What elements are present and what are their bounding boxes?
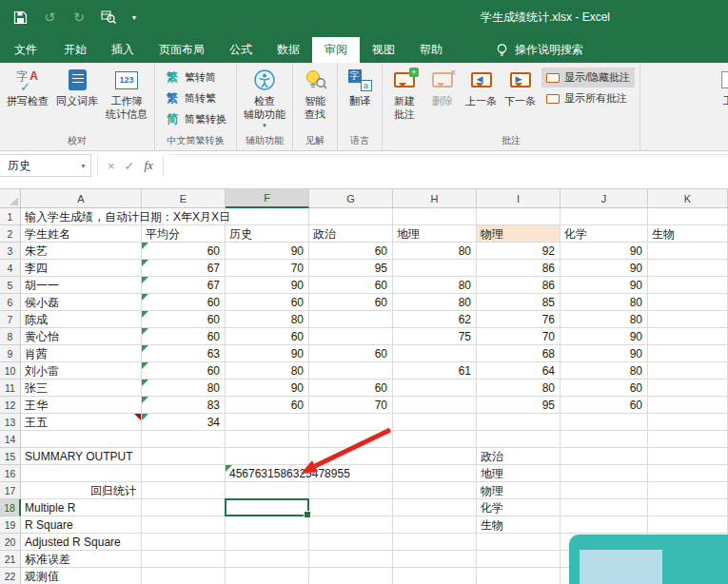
row-header-15[interactable]: 15: [0, 448, 21, 465]
cell-E10[interactable]: 60: [142, 362, 226, 380]
cell-F16[interactable]: 4567631586325478955: [226, 465, 309, 482]
cell-J2[interactable]: 化学: [561, 225, 648, 243]
customize-qat-button[interactable]: [129, 9, 139, 26]
cell-K17[interactable]: [648, 482, 728, 499]
cell-H19[interactable]: [393, 516, 477, 534]
cell-G13[interactable]: [309, 414, 393, 431]
tab-file[interactable]: 文件: [0, 37, 51, 63]
cell-K8[interactable]: [648, 328, 728, 345]
cell-J8[interactable]: 90: [561, 328, 648, 345]
cell-K13[interactable]: [648, 414, 728, 431]
cell-A11[interactable]: 张三: [21, 380, 142, 397]
cell-E15[interactable]: [142, 448, 226, 465]
row-header-4[interactable]: 4: [0, 260, 21, 277]
cell-J17[interactable]: [561, 482, 648, 499]
cell-K2[interactable]: 生物: [648, 225, 728, 243]
cell-F14[interactable]: [226, 431, 309, 448]
tab-insert[interactable]: 插入: [99, 37, 147, 63]
cell-F15[interactable]: [226, 448, 309, 465]
cell-H11[interactable]: [393, 380, 477, 397]
cell-K3[interactable]: [648, 243, 728, 260]
cell-H8[interactable]: 75: [393, 328, 477, 345]
select-all-corner[interactable]: [0, 189, 21, 208]
cell-G8[interactable]: [309, 328, 393, 345]
cell-K12[interactable]: [648, 397, 728, 414]
enter-button[interactable]: [125, 159, 135, 173]
cell-H17[interactable]: [393, 482, 477, 499]
smart-lookup-button[interactable]: 智能 查找: [296, 64, 334, 130]
row-header-21[interactable]: 21: [0, 551, 21, 568]
col-header-E[interactable]: E: [142, 189, 226, 208]
cell-G7[interactable]: [309, 311, 393, 328]
cell-G4[interactable]: 95: [309, 260, 393, 277]
cell-K18[interactable]: [648, 499, 728, 516]
cell-I1[interactable]: [477, 208, 561, 225]
cell-G12[interactable]: 70: [309, 397, 393, 414]
cell-H12[interactable]: [393, 397, 477, 414]
cell-K9[interactable]: [648, 345, 728, 362]
col-header-H[interactable]: H: [393, 189, 477, 208]
cell-F8[interactable]: 60: [226, 328, 309, 345]
spell-check-button[interactable]: 字A 拼写检查: [3, 64, 52, 130]
cell-A12[interactable]: 王华: [21, 397, 142, 414]
cell-J11[interactable]: 60: [561, 380, 648, 397]
traditional-to-simplified-button[interactable]: 繁 繁转简: [160, 68, 231, 88]
cell-A10[interactable]: 刘小雷: [21, 362, 142, 380]
cell-H1[interactable]: [393, 208, 477, 225]
cell-K1[interactable]: [648, 208, 728, 225]
cell-G15[interactable]: [309, 448, 393, 465]
cell-G10[interactable]: [309, 362, 393, 380]
row-header-19[interactable]: 19: [0, 516, 21, 534]
cell-J9[interactable]: 90: [561, 345, 648, 362]
cell-G3[interactable]: 60: [309, 243, 393, 260]
cell-E19[interactable]: [142, 516, 226, 534]
cell-G19[interactable]: [309, 516, 393, 534]
cell-K6[interactable]: [648, 294, 728, 311]
cell-E8[interactable]: 60: [142, 328, 226, 345]
cell-K7[interactable]: [648, 311, 728, 328]
simplified-to-traditional-button[interactable]: 繁 简转繁: [160, 88, 231, 108]
row-header-9[interactable]: 9: [0, 345, 21, 362]
cell-F7[interactable]: 80: [226, 311, 309, 328]
col-header-G[interactable]: G: [309, 189, 393, 208]
row-header-2[interactable]: 2: [0, 225, 21, 243]
cell-G20[interactable]: [309, 534, 393, 551]
cell-E18[interactable]: [142, 499, 226, 516]
cell-G6[interactable]: 60: [309, 294, 393, 311]
tab-data[interactable]: 数据: [265, 37, 312, 63]
new-comment-button[interactable]: 新建 批注: [385, 64, 423, 130]
cell-A14[interactable]: [21, 431, 142, 448]
cell-H13[interactable]: [393, 414, 477, 431]
cell-K14[interactable]: [648, 431, 728, 448]
cell-H6[interactable]: 80: [393, 294, 477, 311]
cell-I10[interactable]: 64: [477, 362, 561, 380]
cell-A5[interactable]: 胡一一: [21, 277, 142, 294]
cell-G11[interactable]: 60: [309, 380, 393, 397]
cell-A21[interactable]: 标准误差: [21, 551, 142, 568]
translate-button[interactable]: 字a 翻译: [341, 64, 379, 130]
cell-F4[interactable]: 70: [226, 260, 309, 277]
cell-J4[interactable]: 90: [561, 260, 648, 277]
col-header-K[interactable]: K: [648, 189, 728, 208]
col-header-I[interactable]: I: [477, 189, 561, 208]
tab-review[interactable]: 审阅: [312, 37, 360, 63]
cell-E13[interactable]: 34: [142, 414, 226, 431]
cell-F3[interactable]: 90: [226, 243, 309, 260]
cell-G18[interactable]: [309, 499, 393, 516]
cell-I19[interactable]: 生物: [477, 516, 561, 534]
tab-formulas[interactable]: 公式: [217, 37, 265, 63]
cell-F5[interactable]: 90: [226, 277, 309, 294]
workbook-stats-button[interactable]: 123 工作簿 统计信息: [102, 64, 151, 130]
cell-I8[interactable]: 70: [477, 328, 561, 345]
cancel-button[interactable]: [108, 159, 115, 173]
previous-comment-button[interactable]: 上一条: [462, 64, 501, 130]
cell-I3[interactable]: 92: [477, 243, 561, 260]
tab-home[interactable]: 开始: [51, 37, 99, 63]
cell-I20[interactable]: [477, 534, 561, 551]
cell-J7[interactable]: 80: [561, 311, 648, 328]
cell-K11[interactable]: [648, 380, 728, 397]
cell-G2[interactable]: 政治: [309, 225, 393, 243]
cell-E9[interactable]: 63: [142, 345, 226, 362]
row-header-6[interactable]: 6: [0, 294, 21, 311]
cell-F13[interactable]: [226, 414, 309, 431]
